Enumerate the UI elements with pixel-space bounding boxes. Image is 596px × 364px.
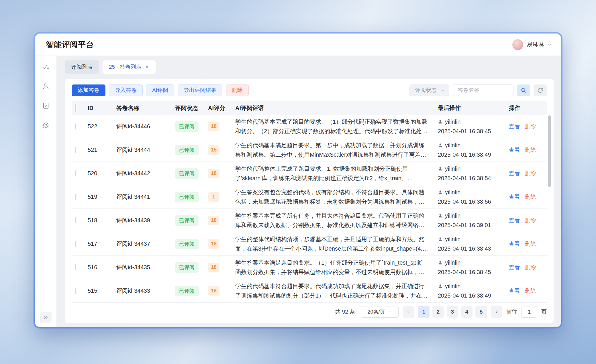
status-badge: 已评阅 (175, 239, 199, 249)
operation-time: 2025-04-01 16:38:56 (438, 197, 509, 206)
close-icon[interactable] (145, 65, 149, 69)
delete-link[interactable]: 删除 (525, 240, 536, 248)
review-list-icon (42, 63, 50, 71)
ai-review-button[interactable]: AI评阅 (146, 84, 174, 96)
delete-link[interactable]: 删除 (525, 217, 536, 224)
table-row: 522 评阅id-34446 已评阅 18 学生的代码基本完成了题目的要求。（1… (72, 115, 547, 138)
sidebar-item-settings[interactable] (40, 119, 52, 131)
table-row: 521 评阅id-34444 已评阅 15 学生的代码基本满足题目要求。第一步中… (72, 138, 547, 162)
cell-actions: 查看 删除 (509, 287, 547, 295)
cell-id: 521 (88, 147, 116, 153)
sidebar-expand-button[interactable] (40, 312, 52, 323)
cell-id: 522 (88, 123, 116, 130)
sidebar-item-review-list[interactable] (40, 60, 52, 73)
delete-link[interactable]: 删除 (525, 193, 536, 201)
row-checkbox[interactable] (75, 123, 76, 129)
row-checkbox[interactable] (75, 241, 76, 247)
delete-button[interactable]: 删除 (226, 84, 249, 96)
person-icon (438, 237, 443, 242)
page-size-select[interactable]: 20条/页 (361, 306, 399, 318)
page-button[interactable]: 3 (447, 306, 458, 318)
view-link[interactable]: 查看 (509, 146, 520, 154)
page-button[interactable]: 2 (432, 306, 444, 318)
row-checkbox[interactable] (75, 194, 76, 200)
user-menu[interactable]: 易琳琳 (512, 39, 552, 50)
scrollbar-thumb[interactable] (548, 115, 551, 187)
toolbar: 添加答卷 导入答卷 AI评阅 导出评阅结果 删除 评阅状态 (72, 84, 547, 96)
goto-label: 前往 (506, 308, 517, 316)
app-window: 智能评阅平台 易琳琳 (34, 32, 562, 328)
cell-comment: 学生答案基本满足题目的要求。（1）任务部分正确使用了`train_test_sp… (235, 258, 438, 277)
row-checkbox[interactable] (75, 217, 76, 223)
status-filter-placeholder: 评阅状态 (415, 86, 437, 94)
page-button[interactable]: 1 (418, 306, 430, 318)
cell-id: 519 (88, 194, 116, 200)
add-answer-button[interactable]: 添加答卷 (72, 84, 105, 96)
search-button[interactable] (517, 84, 530, 96)
page-title: 智能评阅平台 (46, 40, 94, 50)
view-link[interactable]: 查看 (509, 287, 520, 295)
cell-actions: 查看 删除 (509, 123, 547, 130)
view-link[interactable]: 查看 (509, 170, 520, 177)
cell-actions: 查看 删除 (509, 240, 547, 248)
score-badge: 18 (208, 263, 219, 272)
view-link[interactable]: 查看 (509, 217, 520, 224)
answer-name-input[interactable] (453, 84, 513, 96)
delete-link[interactable]: 删除 (525, 146, 536, 154)
row-checkbox[interactable] (75, 264, 76, 270)
content-card: 添加答卷 导入答卷 AI评阅 导出评阅结果 删除 评阅状态 (65, 79, 554, 323)
page-button[interactable]: 4 (461, 306, 473, 318)
page-button[interactable]: 5 (475, 306, 487, 318)
tab[interactable]: 25 - 答卷列表 (103, 60, 156, 74)
export-results-button[interactable]: 导出评阅结果 (178, 84, 222, 96)
cell-last-op: yilinlin 2025-04-01 16:38:56 (438, 188, 509, 206)
table-row: 519 评阅id-34441 已评阅 1 学生答案没有包含完整的代码，仅有部分结… (72, 185, 547, 209)
view-link[interactable]: 查看 (509, 123, 520, 130)
cell-last-op: yilinlin 2025-04-01 16:38:45 (438, 258, 509, 277)
import-answer-button[interactable]: 导入答卷 (109, 84, 143, 96)
next-page-button[interactable] (491, 306, 502, 318)
cell-name: 评阅id-34444 (116, 146, 175, 154)
delete-link[interactable]: 删除 (525, 264, 536, 271)
score-badge: 18 (208, 239, 219, 249)
select-all-checkbox[interactable] (75, 104, 76, 112)
cell-comment: 学生的代码整体上完成了题目要求。1. 数据集的加载和划分正确使用了'sklear… (235, 164, 438, 183)
row-checkbox[interactable] (75, 170, 76, 176)
row-checkbox[interactable] (75, 288, 76, 294)
view-link[interactable]: 查看 (509, 264, 520, 271)
status-badge: 已评阅 (175, 215, 199, 226)
table-row: 517 评阅id-34437 已评阅 18 学生的整体代码结构清晰，步骤基本正确… (72, 232, 547, 256)
cell-last-op: yilinlin 2025-04-01 16:38:45 (438, 117, 509, 136)
cell-id: 518 (88, 217, 116, 224)
row-checkbox[interactable] (75, 147, 76, 153)
status-badge: 已评阅 (175, 145, 199, 155)
table-row: 520 评阅id-34442 已评阅 18 学生的代码整体上完成了题目要求。1.… (72, 162, 547, 185)
view-link[interactable]: 查看 (509, 240, 520, 248)
header-actions: 操作 (509, 104, 547, 112)
cell-actions: 查看 删除 (509, 193, 547, 201)
cell-comment: 学生的整体代码结构清晰，步骤基本正确，并且适用了正确的库和方法。然而，在第3步中… (235, 235, 438, 253)
delete-link[interactable]: 删除 (525, 123, 536, 130)
status-filter-select[interactable]: 评阅状态 (409, 84, 449, 96)
view-link[interactable]: 查看 (509, 193, 520, 201)
table-row: 516 评阅id-34435 已评阅 18 学生答案基本满足题目的要求。（1）任… (72, 256, 547, 279)
delete-link[interactable]: 删除 (525, 287, 536, 295)
delete-link[interactable]: 删除 (525, 170, 536, 177)
tab[interactable]: 评阅列表 (65, 60, 99, 74)
cell-id: 515 (88, 288, 116, 294)
desktop-background: 智能评阅平台 易琳琳 (0, 0, 596, 364)
goto-page-input[interactable] (521, 306, 537, 318)
sidebar-item-users[interactable] (40, 80, 52, 93)
cell-name: 评阅id-34433 (116, 287, 175, 295)
refresh-button[interactable] (534, 84, 547, 96)
operation-time: 2025-04-01 16:38:49 (438, 150, 509, 159)
cell-comment: 学生答案基本完成了所有任务，并且大体符合题目要求。代码使用了正确的库和函数来载入… (235, 211, 438, 230)
operation-time: 2025-04-01 16:39:01 (438, 221, 509, 230)
avatar (512, 39, 523, 50)
person-icon (438, 213, 443, 218)
table-body: 522 评阅id-34446 已评阅 18 学生的代码基本完成了题目的要求。（1… (72, 115, 547, 303)
sidebar-item-documents[interactable] (40, 99, 52, 112)
prev-page-button[interactable] (403, 306, 414, 318)
tab-label: 评阅列表 (71, 63, 93, 71)
score-badge: 15 (208, 145, 219, 155)
